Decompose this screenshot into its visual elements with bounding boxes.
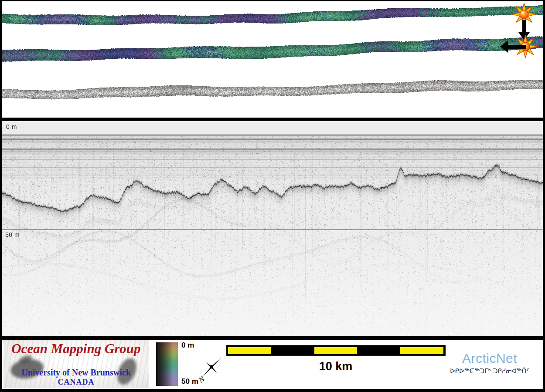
frame-border-left — [0, 0, 2, 392]
scalebar-segment-black — [271, 347, 314, 354]
logo-university: University of New Brunswick — [3, 368, 149, 378]
figure-frame: 0 m 50 m Ocean Mapping Group University … — [0, 0, 545, 392]
panel-divider-bottom — [0, 336, 545, 340]
north-label: N — [197, 374, 207, 385]
arcticnet-inuktitut-text: ᐅᑭᐅᖅᑕᖅᑐᒥᒃ ᑐᑭᓯᓂᐊᖅᑏᑦ — [436, 367, 543, 375]
scalebar-segment-yellow — [228, 347, 271, 354]
scalebar-segment-yellow — [314, 347, 358, 354]
map-scalebar — [226, 345, 446, 356]
depth-colorbar — [156, 342, 178, 386]
profile-depth-label: 50 m — [5, 231, 20, 238]
ocean-mapping-group-logo: Ocean Mapping Group University of New Br… — [3, 340, 149, 388]
scalebar-segment-black — [357, 347, 400, 354]
logo-country: CANADA — [3, 378, 149, 387]
left-arrow-icon — [507, 45, 526, 49]
left-arrow-head — [500, 41, 508, 53]
profile-surface-label: 0 m — [6, 123, 17, 130]
north-arrow-icon: N — [197, 354, 226, 385]
scalebar-label: 10 km — [226, 360, 446, 373]
colorbar-bottom-label: 50 m — [181, 377, 198, 386]
logo-title: Ocean Mapping Group — [3, 341, 149, 357]
bathymetry-swath-map — [2, 1, 543, 118]
frame-border-top — [0, 0, 545, 1]
arcticnet-logo: ArcticNet ᐅᑭᐅᖅᑕᖅᑐᒥᒃ ᑐᑭᓯᓂᐊᖅᑏᑦ — [436, 351, 543, 375]
colorbar-top-label: 0 m — [181, 341, 194, 350]
panel-divider-top — [0, 118, 545, 121]
arcticnet-wordmark: ArcticNet — [436, 351, 543, 366]
subbottom-profile-echogram — [2, 121, 543, 336]
frame-border-right — [543, 0, 545, 392]
down-arrow-icon — [522, 20, 526, 33]
frame-border-bottom — [0, 389, 545, 392]
